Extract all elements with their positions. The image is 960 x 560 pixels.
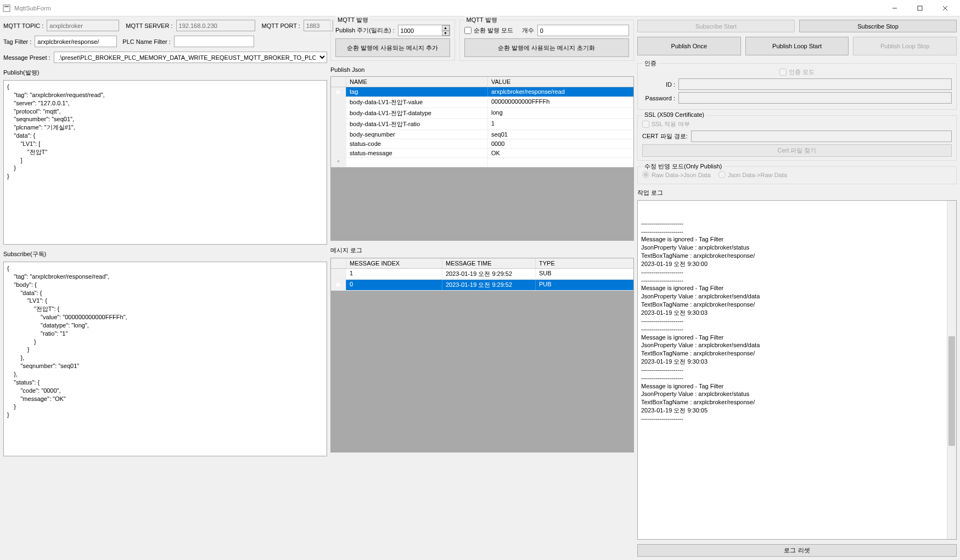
cert-path-label: CERT 파일 경로:: [642, 132, 688, 140]
msg-cell-time[interactable]: 2023-01-19 오전 9:29:52: [442, 280, 536, 290]
json-cell-value[interactable]: 000000000000FFFFh: [488, 97, 633, 108]
msg-cell-time[interactable]: 2023-01-19 오전 9:29:52: [442, 269, 536, 279]
tag-filter-input[interactable]: [35, 36, 117, 47]
new-row-marker: *: [331, 158, 346, 167]
publish-loop-start-button[interactable]: Publish Loop Start: [745, 37, 849, 55]
json-grid-row[interactable]: body-seqnumberseq01: [331, 130, 633, 139]
work-log-textarea[interactable]: --------------------- ------------------…: [637, 200, 957, 540]
row-header: [331, 269, 346, 279]
mqtt-topic-input: [47, 20, 119, 31]
window-title: MqttSubForm: [14, 5, 882, 12]
json-cell-name[interactable]: status-code: [346, 139, 488, 148]
publish-json-label: Publish Json: [330, 66, 634, 73]
row-header: [331, 130, 346, 139]
maximize-button[interactable]: [907, 0, 933, 16]
mqtt-server-input: [176, 20, 255, 31]
row-header: [331, 149, 346, 157]
json-grid-header-name: NAME: [346, 77, 488, 87]
json-cell-name[interactable]: body-data-LV1-전압T-datatype: [346, 108, 488, 118]
ssl-apply-checkbox-label: SSL 적용 여부: [642, 120, 690, 128]
row-header: [331, 97, 346, 108]
tag-filter-label: Tag Filter :: [3, 38, 31, 45]
json-cell-name[interactable]: tag: [346, 87, 488, 97]
json-cell-value[interactable]: 0000: [488, 139, 633, 148]
json-cell-value[interactable]: long: [488, 108, 633, 118]
spin-up-icon[interactable]: ▲: [442, 25, 450, 31]
row-header: [331, 139, 346, 148]
message-preset-select[interactable]: .\preset\PLC_BROKER_PLC_MEMORY_DATA_WRIT…: [54, 52, 327, 63]
publish-group-title: MQTT 발행: [335, 16, 370, 24]
scrollbar[interactable]: [947, 201, 956, 539]
add-loop-message-button[interactable]: 순환 발행에 사용되는 메시지 추가: [335, 38, 450, 57]
auth-pw-label: Password :: [642, 95, 675, 101]
json-grid-new-row[interactable]: *: [331, 158, 633, 167]
titlebar: MqttSubForm: [0, 0, 960, 16]
plc-name-filter-label: PLC Name Filter :: [122, 38, 170, 45]
mqtt-port-label: MQTT PORT :: [262, 22, 300, 29]
svg-rect-1: [4, 6, 9, 7]
minimize-button[interactable]: [882, 0, 907, 16]
json-cell-name[interactable]: body-data-LV1-전압T-ratio: [346, 119, 488, 129]
msg-cell-type[interactable]: SUB: [536, 269, 633, 279]
loop-count-label: 개수: [522, 26, 534, 35]
msg-grid-header-type: TYPE: [536, 258, 633, 268]
json-grid-row[interactable]: body-data-LV1-전압T-value000000000000FFFFh: [331, 97, 633, 108]
msg-grid-row[interactable]: 12023-01-19 오전 9:29:52SUB: [331, 269, 633, 280]
spin-down-icon[interactable]: ▼: [442, 31, 450, 36]
cert-find-button: Cert 파일 찾기: [642, 144, 952, 157]
publish-textarea[interactable]: [3, 80, 327, 245]
msg-cell-index[interactable]: 1: [346, 269, 442, 279]
svg-rect-3: [918, 6, 922, 10]
loop-count-input[interactable]: [537, 25, 629, 36]
app-icon: [2, 4, 11, 13]
json-cell-name[interactable]: status-message: [346, 149, 488, 157]
json-cell-name[interactable]: body-data-LV1-전압T-value: [346, 97, 488, 108]
json-grid-row[interactable]: status-messageOK: [331, 149, 633, 158]
row-header: [331, 119, 346, 129]
ssl-group-title: SSL (X509 Certificate): [642, 111, 706, 118]
ssl-apply-checkbox: [642, 121, 649, 128]
publish-once-button[interactable]: Publish Once: [637, 37, 741, 55]
svg-rect-0: [3, 5, 10, 12]
plc-name-filter-input[interactable]: [174, 36, 254, 47]
publish-period-updown[interactable]: ▲▼: [398, 25, 450, 36]
json-grid-row[interactable]: body-data-LV1-전압T-ratio1: [331, 119, 633, 130]
mqtt-server-label: MQTT SERVER :: [126, 22, 172, 29]
reflect-opt1-label: Raw Data->Json Data: [642, 171, 711, 178]
json-grid-row[interactable]: status-code0000: [331, 139, 633, 149]
scrollbar-thumb[interactable]: [948, 336, 955, 446]
subscribe-start-button: Subscribe Start: [637, 20, 795, 32]
msg-grid-header-index: MESSAGE INDEX: [346, 258, 442, 268]
reflect-opt2-label: Json Data->Raw Data: [718, 171, 787, 178]
publish-json-grid[interactable]: NAME VALUE ▶tagarxplcbroker/response/rea…: [330, 76, 634, 241]
reset-loop-message-button[interactable]: 순환 발행에 사용되는 메시지 초기화: [464, 38, 629, 57]
msg-cell-index[interactable]: 0: [346, 280, 442, 290]
loop-mode-checkbox[interactable]: [464, 27, 471, 34]
auth-group-title: 인증: [642, 59, 659, 67]
msg-cell-type[interactable]: PUB: [536, 280, 633, 290]
message-preset-label: Message Preset :: [3, 54, 50, 61]
reflect-opt1-radio: [642, 171, 649, 178]
auth-mode-checkbox-label: 인증 모드: [779, 68, 815, 76]
cert-path-input: [691, 131, 952, 142]
json-grid-row[interactable]: ▶tagarxplcbroker/response/read: [331, 87, 633, 97]
log-reset-button[interactable]: 로그 리셋: [637, 544, 957, 557]
json-cell-name[interactable]: body-seqnumber: [346, 130, 488, 139]
loop-mode-checkbox-label[interactable]: 순환 발행 모드: [464, 26, 513, 35]
row-header: ▶: [331, 87, 346, 97]
msg-grid-row[interactable]: ▶02023-01-19 오전 9:29:52PUB: [331, 280, 633, 291]
publish-period-label: Publish 주기(밀리초) :: [335, 26, 395, 35]
publish-section-label: Publish(발행): [3, 69, 327, 77]
subscribe-stop-button[interactable]: Subscribe Stop: [799, 20, 957, 32]
json-grid-row[interactable]: body-data-LV1-전압T-datatypelong: [331, 108, 633, 119]
json-cell-value[interactable]: 1: [488, 119, 633, 129]
close-button[interactable]: [933, 0, 958, 16]
auth-mode-checkbox: [779, 69, 787, 76]
json-cell-value[interactable]: seq01: [488, 130, 633, 139]
json-cell-value[interactable]: OK: [488, 149, 633, 157]
json-cell-value[interactable]: arxplcbroker/response/read: [488, 87, 633, 97]
subscribe-textarea[interactable]: [3, 262, 327, 456]
row-header: ▶: [331, 280, 346, 290]
message-log-grid[interactable]: MESSAGE INDEX MESSAGE TIME TYPE 12023-01…: [330, 258, 634, 452]
auth-pw-input: [678, 92, 952, 104]
